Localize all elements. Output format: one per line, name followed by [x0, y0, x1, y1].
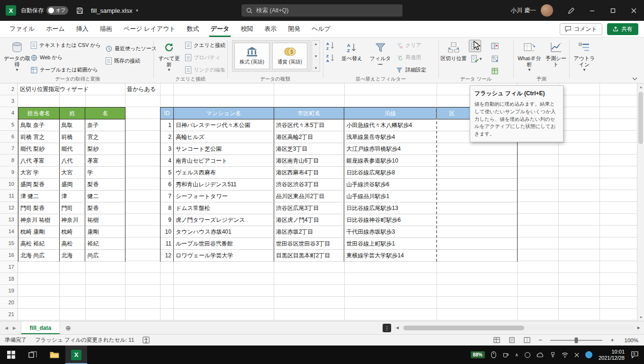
- row-header-14[interactable]: 14: [0, 226, 18, 237]
- sort-descending-button[interactable]: ZA: [325, 53, 336, 63]
- cell[interactable]: 日比谷線神谷町駅歩6: [344, 214, 437, 226]
- cell[interactable]: 祐樹: [85, 214, 125, 226]
- row-header-7[interactable]: 7: [0, 143, 18, 155]
- add-sheet-button[interactable]: ⊕: [60, 321, 76, 334]
- vertical-scrollbar[interactable]: ▲ ▼: [637, 83, 644, 321]
- row-header-16[interactable]: 16: [0, 249, 18, 261]
- cell[interactable]: 奈子: [85, 119, 125, 131]
- zoom-level[interactable]: 100%: [620, 337, 638, 343]
- sheet-scroll-menu-button[interactable]: ⋮: [383, 324, 391, 332]
- cell[interactable]: 北海: [60, 250, 86, 262]
- row-header-8[interactable]: 8: [0, 155, 18, 166]
- ribbon-tab-1[interactable]: ホーム: [40, 21, 71, 37]
- cell[interactable]: 梨紗: [85, 143, 125, 155]
- gallery-more-icon[interactable]: ▼: [314, 66, 318, 70]
- excel-taskbar-button[interactable]: X: [65, 346, 87, 364]
- sheet-tab-fill-data[interactable]: fill_data: [21, 321, 60, 334]
- close-button[interactable]: [623, 0, 644, 21]
- cell[interactable]: 南青山セピアコート: [174, 155, 274, 167]
- accessibility-icon[interactable]: [143, 337, 150, 344]
- row-header-15[interactable]: 15: [0, 237, 18, 249]
- mouse-icon[interactable]: [491, 351, 496, 358]
- collapse-ribbon-button[interactable]: [632, 77, 637, 81]
- cell[interactable]: 康剛: [85, 226, 125, 238]
- cell[interactable]: 12: [161, 250, 174, 262]
- cell[interactable]: 渋谷区代々木5丁目: [274, 119, 345, 131]
- cell[interactable]: 神奈川 祐樹: [18, 214, 60, 226]
- cell[interactable]: ドムス常盤松: [174, 202, 274, 214]
- cell[interactable]: 港区高輪2丁目: [274, 131, 345, 143]
- onedrive-icon[interactable]: [537, 352, 544, 358]
- scroll-right-icon[interactable]: ▶: [637, 326, 640, 330]
- cell[interactable]: 10: [161, 226, 174, 238]
- cell[interactable]: 渋谷区渋谷3丁目: [274, 179, 345, 191]
- zoom-out-button[interactable]: −: [537, 337, 544, 344]
- avatar[interactable]: [541, 4, 553, 17]
- cell[interactable]: 港区西麻布4丁目: [274, 167, 345, 179]
- inking-button[interactable]: [561, 0, 581, 21]
- ribbon-tab-6[interactable]: データ: [205, 21, 235, 37]
- scroll-left-icon[interactable]: ◀: [396, 326, 399, 330]
- ribbon-tab-4[interactable]: ページ レイアウト: [118, 21, 181, 37]
- chevron-up-icon[interactable]: ∧: [515, 352, 519, 357]
- cell[interactable]: 門司 梨香: [18, 202, 60, 214]
- row-header-10[interactable]: 10: [0, 178, 18, 190]
- forecast-sheet-button[interactable]: 予測シート: [545, 39, 567, 68]
- cell[interactable]: 虎ノ門タワーズレジデンス: [174, 214, 274, 226]
- sheet-prev-icon[interactable]: ◀: [5, 326, 8, 330]
- cell[interactable]: 鳥取 奈子: [18, 119, 60, 131]
- cell[interactable]: ルーブル世田谷弐番館: [174, 238, 274, 250]
- row-header-6[interactable]: 6: [0, 131, 18, 143]
- usb-icon[interactable]: [550, 352, 555, 358]
- cell[interactable]: 梨香: [85, 202, 125, 214]
- cell[interactable]: 港区芝3丁目: [274, 143, 345, 155]
- cell[interactable]: 品川区東品川2丁目: [274, 191, 345, 202]
- cell[interactable]: [437, 155, 517, 167]
- cell[interactable]: 神奈川: [60, 214, 86, 226]
- row-header-19[interactable]: 19: [0, 285, 18, 297]
- cell[interactable]: [437, 143, 517, 155]
- cell[interactable]: [437, 226, 517, 238]
- ribbon-tab-8[interactable]: 表示: [259, 21, 282, 37]
- row-header-21[interactable]: 21: [0, 309, 18, 320]
- status-ring-icon[interactable]: [525, 352, 530, 358]
- cell[interactable]: 3: [161, 143, 174, 155]
- row-header-13[interactable]: 13: [0, 214, 18, 226]
- cell[interactable]: 鳥取: [60, 119, 86, 131]
- close-tray-icon[interactable]: [574, 353, 579, 357]
- cell[interactable]: 6: [161, 179, 174, 191]
- cell[interactable]: 尚広: [85, 250, 125, 262]
- ribbon-tab-5[interactable]: 数式: [181, 21, 205, 37]
- page-break-view-button[interactable]: [522, 336, 532, 345]
- sort-ascending-button[interactable]: AZ: [325, 40, 336, 51]
- cell[interactable]: 裕紀: [85, 238, 125, 250]
- row-header-18[interactable]: 18: [0, 273, 18, 285]
- save-button[interactable]: [73, 0, 86, 21]
- gallery-down-icon[interactable]: ▼: [314, 55, 318, 58]
- filter-button[interactable]: フィルター: [367, 39, 393, 68]
- cell[interactable]: [437, 191, 517, 202]
- sheet-next-icon[interactable]: ▶: [13, 326, 16, 330]
- cell[interactable]: 高輪ヒルズ: [174, 131, 274, 143]
- cell[interactable]: シーフォートタワー: [174, 191, 274, 202]
- cell[interactable]: 港区赤坂2丁目: [274, 226, 345, 238]
- cell[interactable]: 世田谷線上町駅歩1: [344, 238, 437, 250]
- cell[interactable]: [437, 214, 517, 226]
- cell[interactable]: [437, 167, 517, 179]
- cell[interactable]: 11: [161, 238, 174, 250]
- gallery-scrollbar[interactable]: ▲ ▼ ▼: [312, 40, 320, 72]
- cell[interactable]: 八代: [60, 155, 86, 167]
- zoom-slider[interactable]: [550, 340, 602, 341]
- network-icon[interactable]: [562, 352, 568, 358]
- autosave-toggle[interactable]: オフ: [46, 6, 68, 15]
- cell[interactable]: 目黒区目黒本町2丁目: [274, 250, 345, 262]
- cell-a2[interactable]: 区切り位置指定ウィザード: [20, 83, 89, 95]
- cell[interactable]: 9: [161, 214, 174, 226]
- start-button[interactable]: [0, 346, 22, 364]
- refresh-all-button[interactable]: すべて更新 ▼: [156, 39, 182, 72]
- cell[interactable]: [437, 202, 517, 214]
- advanced-filter-button[interactable]: 詳細設定: [395, 65, 428, 75]
- file-title[interactable]: fill_sample.xlsx ▼: [91, 7, 139, 14]
- cell[interactable]: 山手線品川駅歩1: [344, 191, 437, 202]
- cell[interactable]: 7: [161, 191, 174, 202]
